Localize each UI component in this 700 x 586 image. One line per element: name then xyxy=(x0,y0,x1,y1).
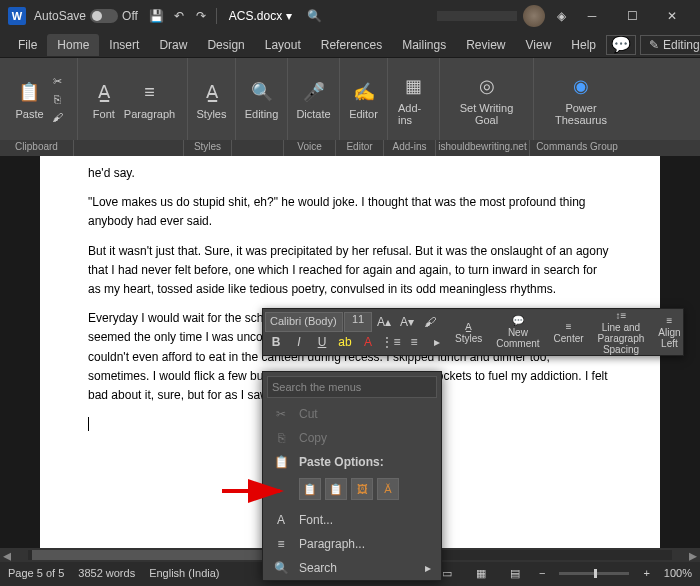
editor-button[interactable]: ✍Editor xyxy=(347,76,380,122)
target-icon: ◎ xyxy=(473,72,501,100)
title-bar: W AutoSave Off 💾 ↶ ↷ ACS.docx ▾ 🔍 ◈ ─ ☐ … xyxy=(0,0,700,32)
tab-design[interactable]: Design xyxy=(197,34,254,56)
editing-group-button[interactable]: 🔍Editing xyxy=(243,76,281,122)
annotation-arrow xyxy=(220,479,292,503)
numbering-icon[interactable]: ≡ xyxy=(403,332,425,352)
shrink-font-icon[interactable]: A▾ xyxy=(396,312,418,332)
print-layout-icon[interactable]: ▦ xyxy=(471,565,491,581)
copy-icon[interactable]: ⎘ xyxy=(48,91,68,107)
ribbon-tabs: File Home Insert Draw Design Layout Refe… xyxy=(0,32,700,58)
web-layout-icon[interactable]: ▤ xyxy=(505,565,525,581)
save-icon[interactable]: 💾 xyxy=(146,5,168,27)
format-painter-icon[interactable]: 🖌 xyxy=(48,109,68,125)
thesaurus-icon: ◉ xyxy=(567,72,595,100)
tab-layout[interactable]: Layout xyxy=(255,34,311,56)
close-button[interactable]: ✕ xyxy=(652,0,692,32)
styles-icon: A̲ xyxy=(198,78,226,106)
dictate-button[interactable]: 🎤Dictate xyxy=(294,76,332,122)
paste-keep-source-button[interactable]: 📋 xyxy=(299,478,321,500)
zoom-minus[interactable]: − xyxy=(539,567,545,579)
search-icon: 🔍 xyxy=(273,561,289,575)
paragraph[interactable]: he'd say. xyxy=(88,164,612,183)
paste-text-only-button[interactable]: Ă xyxy=(377,478,399,500)
zoom-slider[interactable] xyxy=(559,572,629,575)
highlight-icon[interactable]: ab xyxy=(334,332,356,352)
font-family-select[interactable]: Calibri (Body) xyxy=(265,312,343,332)
tab-help[interactable]: Help xyxy=(561,34,606,56)
writing-goal-button[interactable]: ◎Set Writing Goal xyxy=(448,70,525,128)
comments-button[interactable]: 💬 xyxy=(606,35,636,55)
tab-home[interactable]: Home xyxy=(47,34,99,56)
maximize-button[interactable]: ☐ xyxy=(612,0,652,32)
spacing-icon: ↕≡ xyxy=(616,310,627,321)
page-indicator[interactable]: Page 5 of 5 xyxy=(8,567,64,579)
font-color-icon[interactable]: A xyxy=(357,332,379,352)
menu-search[interactable]: 🔍Search▸ xyxy=(263,556,441,580)
tab-file[interactable]: File xyxy=(8,34,47,56)
context-menu: Search the menus ✂Cut ⎘Copy 📋Paste Optio… xyxy=(262,371,442,581)
editor-icon: ✍ xyxy=(350,78,378,106)
text-cursor xyxy=(88,417,89,431)
paste-merge-button[interactable]: 📋 xyxy=(325,478,347,500)
user-avatar[interactable] xyxy=(523,5,545,27)
bold-icon[interactable]: B xyxy=(265,332,287,352)
styles-quick-button[interactable]: A̲Styles xyxy=(449,319,488,346)
new-comment-button[interactable]: 💬New Comment xyxy=(490,313,545,351)
italic-icon[interactable]: I xyxy=(288,332,310,352)
zoom-level[interactable]: 100% xyxy=(664,567,692,579)
tab-draw[interactable]: Draw xyxy=(149,34,197,56)
format-painter-icon[interactable]: 🖌 xyxy=(419,312,441,332)
redo-icon[interactable]: ↷ xyxy=(190,5,212,27)
menu-paragraph[interactable]: ≡Paragraph... xyxy=(263,532,441,556)
paragraph[interactable]: But it wasn't just that. Sure, it was pr… xyxy=(88,242,612,300)
tab-review[interactable]: Review xyxy=(456,34,515,56)
paragraph-icon: ≡ xyxy=(136,78,164,106)
center-button[interactable]: ≡Center xyxy=(548,319,590,346)
premium-icon[interactable]: ◈ xyxy=(557,9,566,23)
font-group-button[interactable]: A̲Font xyxy=(88,76,120,122)
microphone-icon: 🎤 xyxy=(300,78,328,106)
account-placeholder xyxy=(437,11,517,21)
menu-search-input[interactable]: Search the menus xyxy=(267,376,437,398)
indent-icon[interactable]: ▸ xyxy=(426,332,448,352)
paste-button[interactable]: 📋Paste xyxy=(13,76,45,122)
document-name[interactable]: ACS.docx ▾ xyxy=(229,9,292,23)
word-count[interactable]: 3852 words xyxy=(78,567,135,579)
menu-font[interactable]: AFont... xyxy=(263,508,441,532)
toggle-switch-icon[interactable] xyxy=(90,9,118,23)
cut-icon[interactable]: ✂ xyxy=(48,73,68,89)
underline-icon[interactable]: U xyxy=(311,332,333,352)
clipboard-icon: 📋 xyxy=(15,78,43,106)
minimize-button[interactable]: ─ xyxy=(572,0,612,32)
tab-mailings[interactable]: Mailings xyxy=(392,34,456,56)
paste-options-header: 📋Paste Options: xyxy=(263,450,441,474)
paragraph[interactable]: "Love makes us do stupid shit, eh?" he w… xyxy=(88,193,612,231)
font-size-select[interactable]: 11 xyxy=(344,312,372,332)
tab-insert[interactable]: Insert xyxy=(99,34,149,56)
mini-toolbar: Calibri (Body) 11 A▴ A▾ 🖌 B I U ab A ⋮≡ … xyxy=(262,308,684,356)
ribbon-group-labels: Clipboard Styles Voice Editor Add-ins is… xyxy=(0,140,700,156)
font-icon: A xyxy=(273,513,289,527)
undo-icon[interactable]: ↶ xyxy=(168,5,190,27)
bullets-icon[interactable]: ⋮≡ xyxy=(380,332,402,352)
line-spacing-button[interactable]: ↕≡Line and Paragraph Spacing xyxy=(592,308,651,357)
paragraph-icon: ≡ xyxy=(273,537,289,551)
search-icon[interactable]: 🔍 xyxy=(304,5,326,27)
word-app-icon: W xyxy=(8,7,26,25)
paragraph-group-button[interactable]: ≡Paragraph xyxy=(122,76,177,122)
zoom-plus[interactable]: + xyxy=(643,567,649,579)
tab-references[interactable]: References xyxy=(311,34,392,56)
scissors-icon: ✂ xyxy=(273,407,289,421)
grow-font-icon[interactable]: A▴ xyxy=(373,312,395,332)
editing-mode-button[interactable]: ✎ Editing ▾ xyxy=(640,35,700,55)
paste-picture-button[interactable]: 🖼 xyxy=(351,478,373,500)
addins-button[interactable]: ▦Add-ins xyxy=(396,70,431,128)
thesaurus-button[interactable]: ◉Power Thesaurus xyxy=(542,70,620,128)
menu-cut: ✂Cut xyxy=(263,402,441,426)
scrollbar-thumb[interactable] xyxy=(32,550,272,560)
language-indicator[interactable]: English (India) xyxy=(149,567,219,579)
tab-view[interactable]: View xyxy=(516,34,562,56)
styles-button[interactable]: A̲Styles xyxy=(195,76,229,122)
autosave-toggle[interactable]: AutoSave Off xyxy=(34,9,138,23)
align-left-button[interactable]: ≡Align Left xyxy=(652,313,686,351)
